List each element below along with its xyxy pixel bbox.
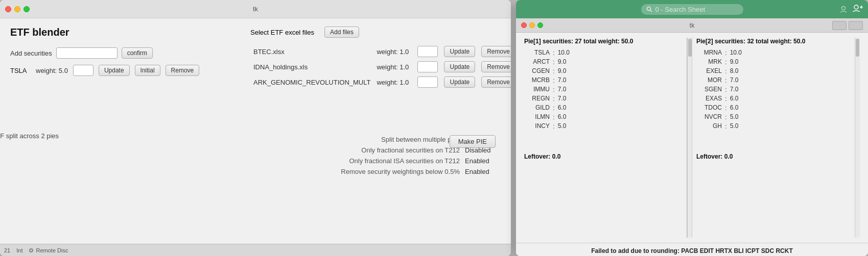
second-view-btn-2[interactable] xyxy=(849,21,863,30)
second-right-buttons xyxy=(832,21,863,30)
option-row-3: Remove security weightings below 0.5% En… xyxy=(250,168,506,175)
col-type: Int xyxy=(16,247,22,253)
file-weight-input-2[interactable] xyxy=(417,76,438,88)
minimize-button[interactable] xyxy=(14,6,20,12)
pie1-header: Pie[1] securities: 27 total weight: 50.0 xyxy=(524,38,683,45)
list-item: EXEL : 8.0 xyxy=(696,67,855,75)
main-window: tk ETF blender Add securities confirm TS… xyxy=(0,0,511,256)
remove-button[interactable]: Remove xyxy=(166,65,200,76)
update-button[interactable]: Update xyxy=(99,65,130,76)
add-user-icon xyxy=(853,5,863,12)
disc-icon xyxy=(29,248,34,253)
search-input[interactable] xyxy=(655,6,727,13)
second-maximize-btn[interactable] xyxy=(537,22,543,28)
second-view-btn-1[interactable] xyxy=(832,21,847,30)
maximize-button[interactable] xyxy=(24,6,30,12)
pie2-scroll[interactable]: MRNA : 10.0 MRK : 9.0 EXEL : 8.0 MOR : xyxy=(696,49,855,151)
file-remove-btn-0[interactable]: Remove xyxy=(481,46,511,57)
list-item: IMMU : 7.0 xyxy=(524,86,683,93)
main-window-title: tk xyxy=(253,5,258,13)
add-user-button[interactable] xyxy=(853,5,863,14)
initial-button[interactable]: Initial xyxy=(135,65,160,76)
pie2-header: Pie[2] securities: 32 total weight: 50.0 xyxy=(696,38,855,45)
list-item: NVCR : 5.0 xyxy=(696,113,855,121)
file-update-btn-2[interactable]: Update xyxy=(444,76,475,88)
status-bar: 21 Int Remote Disc xyxy=(0,244,511,256)
add-securities-input[interactable] xyxy=(56,47,118,59)
option-label-1: Only fractional securities on T212 xyxy=(361,146,460,154)
file-remove-btn-1[interactable]: Remove xyxy=(481,61,511,72)
second-main-content: Pie[1] securities: 27 total weight: 50.0… xyxy=(516,33,868,243)
right-scrollbar-track[interactable] xyxy=(855,38,860,238)
svg-line-3 xyxy=(650,10,652,12)
list-item: REGN : 7.0 xyxy=(524,95,683,103)
list-item: MRK : 9.0 xyxy=(696,58,855,66)
list-item: SGEN : 7.0 xyxy=(696,86,855,93)
pie1-leftover: Leftover: 0.0 xyxy=(524,153,683,160)
list-item: GILD : 6.0 xyxy=(524,104,683,112)
profile-icons xyxy=(840,6,850,13)
made-new-label: Made new ETF split across 2 pies xyxy=(0,132,59,140)
svg-point-4 xyxy=(854,5,858,9)
pie2-section: Pie[2] securities: 32 total weight: 50.0… xyxy=(692,38,855,238)
pie1-scroll[interactable]: TSLA : 10.0 ARCT : 9.0 CGEN : 9.0 MCRB : xyxy=(524,49,683,151)
ticker-tsla: TSLA xyxy=(524,49,550,57)
list-item: ARCT : 9.0 xyxy=(524,58,683,66)
search-icon xyxy=(646,6,652,12)
file-table: BTEC.xlsx weight: 1.0 Update Remove IDNA… xyxy=(250,44,511,90)
file-name-2: ARK_GENOMIC_REVOLUTION_MULT xyxy=(250,74,373,90)
option-value-3: Enabled xyxy=(465,168,506,175)
list-item: TDOC : 6.0 xyxy=(696,104,855,112)
val-tsla: 10.0 xyxy=(558,49,570,57)
tsla-weight-input[interactable] xyxy=(73,65,93,76)
second-bottom: Failed to add due to rounding: PACB EDIT… xyxy=(516,243,868,256)
table-row: IDNA_holdings.xls weight: 1.0 Update Rem… xyxy=(250,59,511,74)
main-title-bar: tk xyxy=(0,0,511,18)
list-item: ILMN : 6.0 xyxy=(524,113,683,121)
svg-point-1 xyxy=(30,249,32,251)
second-close-btn[interactable] xyxy=(521,22,527,28)
remote-disc: Remote Disc xyxy=(29,247,68,253)
option-value-2: Enabled xyxy=(465,157,506,165)
second-inner-title-bar: tk xyxy=(516,18,868,33)
second-window: tk Pie[1] securities: 27 total weight: 5… xyxy=(516,0,868,256)
file-weight-input-0[interactable] xyxy=(417,46,438,57)
tsla-ticker: TSLA xyxy=(10,67,31,74)
select-etf-row: Select ETF excel files Add files xyxy=(250,27,506,38)
second-traffic-lights xyxy=(521,22,543,28)
add-files-button[interactable]: Add files xyxy=(324,27,359,38)
pie1-section: Pie[1] securities: 27 total weight: 50.0… xyxy=(524,38,687,238)
list-item: INCY : 5.0 xyxy=(524,122,683,130)
table-row: BTEC.xlsx weight: 1.0 Update Remove xyxy=(250,44,511,59)
profile-icon xyxy=(840,6,850,13)
make-pie-button[interactable]: Make PIE xyxy=(450,135,496,148)
file-update-btn-0[interactable]: Update xyxy=(444,46,475,57)
pie2-leftover: Leftover: 0.0 xyxy=(696,153,855,160)
file-remove-btn-2[interactable]: Remove xyxy=(481,76,511,88)
second-search-bar xyxy=(516,0,868,18)
svg-point-2 xyxy=(647,7,650,11)
traffic-lights xyxy=(5,6,30,12)
file-weight-2: weight: 1.0 xyxy=(373,74,414,90)
file-weight-input-1[interactable] xyxy=(417,61,438,72)
file-weight-0: weight: 1.0 xyxy=(373,44,414,59)
right-scrollbar-thumb xyxy=(856,39,859,57)
option-label-2: Only fractional ISA securities on T212 xyxy=(349,157,460,165)
select-etf-label: Select ETF excel files xyxy=(250,29,314,36)
confirm-button[interactable]: confirm xyxy=(122,47,153,59)
second-window-title: tk xyxy=(690,22,694,29)
list-item: TSLA : 10.0 xyxy=(524,49,683,57)
search-container xyxy=(641,4,743,15)
tsla-weight-label: weight: 5.0 xyxy=(36,67,68,74)
file-update-btn-1[interactable]: Update xyxy=(444,61,475,72)
scrollbar-track[interactable] xyxy=(687,38,692,238)
file-name-1: IDNA_holdings.xls xyxy=(250,59,373,74)
svg-point-7 xyxy=(842,7,846,10)
list-item: EXAS : 6.0 xyxy=(696,95,855,103)
list-item: CGEN : 9.0 xyxy=(524,67,683,75)
option-row-2: Only fractional ISA securities on T212 E… xyxy=(250,157,506,165)
table-row: ARK_GENOMIC_REVOLUTION_MULT weight: 1.0 … xyxy=(250,74,511,90)
second-minimize-btn[interactable] xyxy=(529,22,535,28)
list-item: MOR : 7.0 xyxy=(696,76,855,84)
close-button[interactable] xyxy=(5,6,11,12)
